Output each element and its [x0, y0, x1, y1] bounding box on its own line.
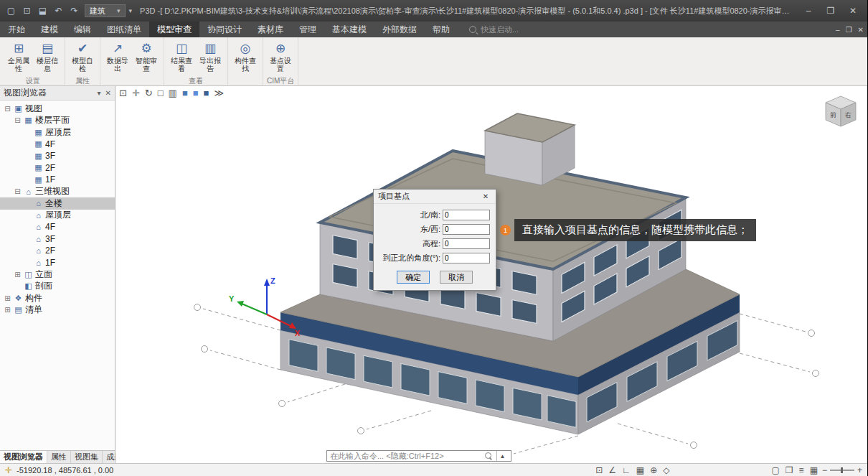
tree-item-roof-plan[interactable]: ▦屋顶层 — [0, 126, 115, 139]
tree-item-1f-plan[interactable]: ▦1F — [0, 174, 115, 186]
component-find-icon: ◎ — [236, 39, 255, 57]
tree-item-3f-plan[interactable]: ▦3F — [0, 150, 115, 162]
global-properties-button[interactable]: ⊞ 全局属性 — [5, 39, 32, 76]
panel-collapse-icon[interactable]: ▾ — [98, 89, 101, 97]
pan-icon[interactable]: ✛ — [132, 88, 140, 98]
toolbar-expand-icon[interactable]: ≫ — [214, 88, 224, 98]
redo-icon[interactable]: ↷ — [67, 5, 81, 17]
expand-toggle-icon[interactable]: ⊞ — [14, 271, 22, 279]
maximize-button[interactable]: ❐ — [821, 4, 841, 18]
command-search-icon[interactable] — [485, 452, 493, 460]
collapse-toggle-icon[interactable]: ⊟ — [14, 116, 22, 124]
panel-close-icon[interactable]: ✕ — [105, 89, 111, 97]
collapse-toggle-icon[interactable]: ⊟ — [4, 105, 11, 113]
mdi-minimize-button[interactable]: – — [836, 26, 840, 34]
mdi-restore-button[interactable]: ❐ — [846, 26, 852, 34]
shaded-mode-icon[interactable]: ■ — [182, 88, 188, 98]
tree-item-2f-3d[interactable]: ⌂2F — [0, 245, 115, 257]
expand-toggle-icon[interactable]: ⊞ — [4, 306, 11, 314]
orbit-icon[interactable]: ↻ — [145, 88, 153, 98]
ok-button[interactable]: 确定 — [397, 271, 430, 284]
tab-model-review[interactable]: 模型审查 — [149, 22, 199, 37]
tree-item-schedules[interactable]: ⊞▤清单 — [0, 304, 115, 317]
dialog-titlebar[interactable]: 项目基点 ✕ — [374, 190, 496, 204]
command-input[interactable]: 在此输入命令... <隐藏:Ctrl+F12> — [330, 451, 481, 462]
wireframe-mode-icon[interactable]: □ — [158, 88, 164, 98]
tree-item-3d-views[interactable]: ⊟⌂三维视图 — [0, 186, 115, 198]
hidden-line-mode-icon[interactable]: ▥ — [169, 88, 177, 98]
tree-item-4f-plan[interactable]: ▦4F — [0, 139, 115, 151]
collapse-toggle-icon[interactable]: ⊟ — [14, 187, 22, 195]
angle-snap-icon[interactable]: ∠ — [608, 466, 616, 475]
undo-icon[interactable]: ↶ — [52, 5, 65, 17]
tree-item-views[interactable]: ⊟▣视图 — [0, 103, 115, 115]
ortho-mode-icon[interactable]: ∟ — [622, 466, 631, 475]
new-file-icon[interactable]: ▢ — [4, 5, 18, 17]
grid-display-icon[interactable]: ▦ — [636, 466, 644, 475]
model-viewport[interactable]: ⊡ ✛ ↻ □ ▥ ■ ■ ■ ≫ — [115, 86, 867, 463]
tab-collaborative-design[interactable]: 协同设计 — [199, 22, 250, 37]
north-south-input[interactable] — [443, 210, 490, 220]
base-point-settings-button[interactable]: ⊕ 基点设置 — [267, 39, 294, 76]
tab-modeling[interactable]: 建模 — [33, 22, 66, 37]
mdi-close-button[interactable]: ✕ — [858, 26, 864, 34]
tree-item-3f-3d[interactable]: ⌂3F — [0, 233, 115, 246]
quick-launch[interactable]: 快速启动... — [469, 22, 519, 37]
floor-info-button[interactable]: ▤ 楼层信息 — [34, 39, 61, 76]
realistic-mode-icon[interactable]: ■ — [204, 88, 209, 98]
tab-drawing-list[interactable]: 图纸清单 — [99, 22, 149, 37]
zoom-out-icon[interactable]: − — [822, 466, 827, 475]
grid-view-icon[interactable]: ▦ — [810, 466, 818, 475]
tab-basic-modeling[interactable]: 基本建模 — [324, 22, 374, 37]
result-view-button[interactable]: ◫ 结果查看 — [168, 39, 195, 76]
tab-edit[interactable]: 编辑 — [66, 22, 99, 37]
zoom-in-icon[interactable]: + — [857, 466, 862, 475]
save-icon[interactable]: ⬓ — [36, 5, 49, 17]
tree-item-roof-3d[interactable]: ⌂屋顶层 — [0, 210, 115, 222]
cancel-button[interactable]: 取消 — [440, 271, 473, 284]
tree-item-elevations[interactable]: ⊞◫立面 — [0, 269, 115, 281]
zoom-slider[interactable] — [830, 470, 854, 471]
workspace-dropdown[interactable]: 建筑 ▾ — [85, 4, 126, 17]
open-file-icon[interactable]: ⊡ — [20, 5, 34, 17]
data-export-button[interactable]: ↗ 数据导出 — [104, 39, 131, 76]
tree-item-2f-plan[interactable]: ▦2F — [0, 162, 115, 174]
zoom-extents-icon[interactable]: ⊡ — [119, 88, 127, 98]
list-view-icon[interactable]: ≡ — [799, 466, 804, 475]
model-view-icon[interactable]: ❐ — [786, 466, 793, 475]
component-find-button[interactable]: ◎ 构件查找 — [232, 39, 259, 76]
tree-item-sections[interactable]: ◧剖面 — [0, 281, 115, 293]
tab-material-library[interactable]: 素材库 — [250, 22, 291, 37]
east-west-input[interactable] — [443, 224, 490, 235]
model-self-check-button[interactable]: ✔ 模型自检 — [69, 39, 96, 76]
quick-access-chevron-icon[interactable]: ▾ — [129, 7, 133, 14]
tab-help[interactable]: 帮助 — [425, 22, 458, 37]
tree-item-floor-plans[interactable]: ⊟▦楼层平面 — [0, 115, 115, 127]
polar-tracking-icon[interactable]: ◇ — [663, 466, 669, 475]
panel-tab-view-browser[interactable]: 视图浏览器 — [0, 451, 47, 463]
tab-manage[interactable]: 管理 — [291, 22, 324, 37]
expand-toggle-icon[interactable]: ⊞ — [4, 294, 11, 302]
view-cube[interactable]: 前 右 — [823, 93, 859, 129]
object-snap-icon[interactable]: ⊕ — [650, 466, 657, 475]
command-history-expand-icon[interactable]: ▲ — [496, 451, 508, 461]
smart-review-button[interactable]: ⚙ 智能审查 — [133, 39, 160, 76]
select-mode-icon[interactable]: ⊡ — [595, 466, 603, 475]
panel-tab-view-set[interactable]: 视图集 — [71, 451, 103, 463]
tree-item-1f-3d[interactable]: ⌂1F — [0, 257, 115, 269]
tab-external-data[interactable]: 外部数据 — [374, 22, 425, 37]
minimize-button[interactable]: – — [798, 4, 819, 18]
export-report-button[interactable]: ▥ 导出报告 — [197, 39, 224, 76]
close-button[interactable]: ✕ — [843, 4, 863, 18]
tree-item-components[interactable]: ⊞❖构件 — [0, 292, 115, 304]
angle-to-north-input[interactable] — [443, 253, 490, 263]
dialog-close-icon[interactable]: ✕ — [480, 192, 491, 200]
shaded-edges-mode-icon[interactable]: ■ — [193, 88, 199, 98]
layout-view-icon[interactable]: ▢ — [772, 466, 780, 475]
tree-item-whole-building-3d[interactable]: ⌂全楼 — [0, 197, 115, 210]
tree-item-4f-3d[interactable]: ⌂4F — [0, 221, 115, 233]
elevation-input[interactable] — [443, 238, 490, 249]
command-input-bar[interactable]: 在此输入命令... <隐藏:Ctrl+F12> ▲ — [326, 450, 511, 462]
tab-start[interactable]: 开始 — [0, 22, 33, 37]
panel-tab-properties[interactable]: 属性 — [47, 451, 71, 463]
